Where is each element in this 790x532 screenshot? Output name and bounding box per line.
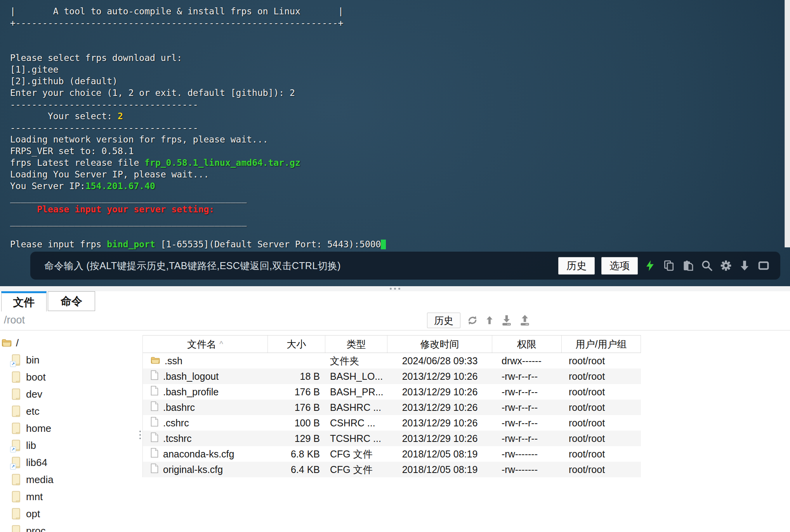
file-icon [151, 432, 158, 445]
tab-commands[interactable]: 命令 [48, 291, 95, 311]
table-row[interactable]: .bash_logout18 BBASH_LO...2013/12/29 10:… [143, 369, 641, 384]
go-up-icon[interactable] [484, 314, 495, 327]
column-header-4[interactable]: 权限 [492, 336, 562, 353]
sidebar-item-mnt[interactable]: mnt [0, 488, 138, 505]
file-size-cell: 129 B [268, 433, 325, 444]
file-name: .bash_logout [163, 371, 219, 382]
file-type-cell: 文件夹 [325, 355, 387, 367]
file-owner-cell: root/root [562, 449, 641, 460]
command-input-bar[interactable]: 命令输入 (按ALT键提示历史,TAB键路径,ESC键返回,双击CTRL切换) … [30, 252, 780, 280]
table-row[interactable]: anaconda-ks.cfg6.8 KBCFG 文件2018/12/05 08… [143, 446, 641, 462]
terminal-line: Please select frps download url: [10, 52, 386, 64]
column-header-label: 修改时间 [420, 338, 459, 351]
sidebar-item-lib[interactable]: ↗lib [0, 437, 138, 454]
file-modified-cell: 2013/12/29 10:26 [387, 402, 492, 413]
file-icon [151, 417, 158, 429]
vertical-splitter[interactable] [138, 431, 142, 439]
terminal-line [10, 40, 386, 52]
search-icon[interactable] [701, 259, 713, 272]
terminal-line: [2].github (default) [10, 75, 386, 87]
terminal-line: Loading network version for frps, please… [10, 134, 386, 145]
column-header-1[interactable]: 大小 [268, 336, 325, 353]
table-row[interactable]: .bashrc176 BBASHRC ...2013/12/29 10:26-r… [143, 400, 641, 415]
file-icon [151, 386, 158, 398]
file-icon [151, 448, 158, 460]
column-header-0[interactable]: 文件名^ [143, 336, 268, 353]
gear-icon[interactable] [720, 259, 732, 272]
sidebar-item-proc[interactable]: proc [0, 522, 138, 532]
file-modified-cell: 2024/06/28 09:33 [387, 355, 492, 367]
file-name-cell: .bash_logout [143, 370, 268, 382]
column-header-label: 类型 [347, 338, 366, 351]
sidebar-item-label: home [26, 422, 51, 435]
sidebar-item-lib64[interactable]: ↗lib64 [0, 454, 138, 471]
folder-icon [12, 371, 22, 383]
file-name: .ssh [165, 355, 182, 367]
file-permissions-cell: drwx------ [492, 355, 562, 367]
terminal-scrollbar[interactable] [785, 0, 790, 247]
file-type-cell: CFG 文件 [325, 448, 387, 461]
file-owner-cell: root/root [562, 371, 641, 382]
column-header-2[interactable]: 类型 [325, 336, 387, 353]
download-arrow-icon[interactable] [739, 259, 750, 272]
lightning-icon[interactable] [644, 259, 656, 272]
column-header-3[interactable]: 修改时间 [387, 336, 492, 353]
symlink-badge-icon: ↗ [10, 447, 16, 452]
folder-icon [12, 388, 22, 400]
sidebar-item-home[interactable]: home [0, 420, 138, 437]
table-row[interactable]: original-ks.cfg6.4 KBCFG 文件2018/12/05 08… [143, 462, 641, 477]
folder-icon: ↗ [12, 354, 22, 366]
terminal-line: frps Latest release file frp_0.58.1_linu… [10, 157, 386, 169]
sidebar-item-media[interactable]: media [0, 471, 138, 488]
column-header-label: 大小 [287, 338, 306, 351]
window-icon[interactable] [757, 259, 770, 272]
sidebar-item-etc[interactable]: etc [0, 403, 138, 420]
table-row[interactable]: .tcshrc129 BTCSHRC ...2013/12/29 10:26-r… [143, 431, 641, 446]
open-folder-icon [2, 339, 12, 347]
file-name: .bash_profile [163, 386, 219, 398]
file-icon [151, 463, 158, 476]
upload-icon[interactable] [519, 314, 531, 327]
terminal-line: +---------------------------------------… [10, 17, 386, 29]
folder-icon: ↗ [12, 457, 22, 468]
copy-icon[interactable] [663, 259, 675, 272]
command-input-placeholder: 命令输入 (按ALT键提示历史,TAB键路径,ESC键返回,双击CTRL切换) [44, 259, 341, 272]
column-header-5[interactable]: 用户/用户组 [562, 336, 641, 353]
file-modified-cell: 2013/12/29 10:26 [387, 386, 492, 398]
sidebar-item-boot[interactable]: boot [0, 369, 138, 386]
paste-icon[interactable] [682, 259, 694, 272]
file-type-cell: CSHRC ... [325, 417, 387, 429]
sidebar-item-dev[interactable]: dev [0, 386, 138, 403]
table-row[interactable]: .ssh文件夹2024/06/28 09:33drwx------root/ro… [143, 353, 641, 369]
tab-files[interactable]: 文件 [1, 291, 47, 311]
file-owner-cell: root/root [562, 433, 641, 444]
sidebar-item-bin[interactable]: ↗bin [0, 351, 138, 369]
options-button[interactable]: 选项 [601, 257, 638, 275]
sidebar-item-opt[interactable]: opt [0, 505, 138, 522]
path-toolbar-row: /root 历史 [0, 311, 790, 330]
path-input[interactable]: /root [4, 314, 25, 326]
terminal-line: ________________________________________… [10, 192, 386, 203]
folder-icon [12, 525, 22, 532]
table-row[interactable]: .bash_profile176 BBASH_PR...2013/12/29 1… [143, 384, 641, 400]
file-owner-cell: root/root [562, 386, 641, 398]
sidebar-item-label: etc [26, 405, 40, 417]
path-history-button[interactable]: 历史 [427, 313, 460, 328]
ssh-client-window: | A tool to auto-compile & install frps … [0, 0, 790, 532]
file-owner-cell: root/root [562, 464, 641, 475]
sidebar-item-root[interactable]: / [0, 334, 138, 351]
terminal-line: ________________________________________… [10, 215, 386, 227]
download-icon[interactable] [500, 314, 513, 327]
refresh-icon[interactable] [466, 314, 479, 327]
file-modified-cell: 2018/12/05 08:19 [387, 449, 492, 460]
terminal-output[interactable]: | A tool to auto-compile & install frps … [0, 0, 790, 286]
file-name-cell: original-ks.cfg [143, 463, 268, 476]
history-button[interactable]: 历史 [558, 257, 595, 275]
file-size-cell: 176 B [268, 386, 325, 398]
terminal-line: ----------------------------------- [10, 122, 386, 134]
horizontal-splitter[interactable] [0, 286, 790, 291]
file-name-cell: .bashrc [143, 401, 268, 414]
file-type-cell: BASHRC ... [325, 402, 387, 413]
table-row[interactable]: .cshrc100 BCSHRC ...2013/12/29 10:26-rw-… [143, 415, 641, 431]
file-permissions-cell: -rw-r--r-- [492, 371, 562, 382]
